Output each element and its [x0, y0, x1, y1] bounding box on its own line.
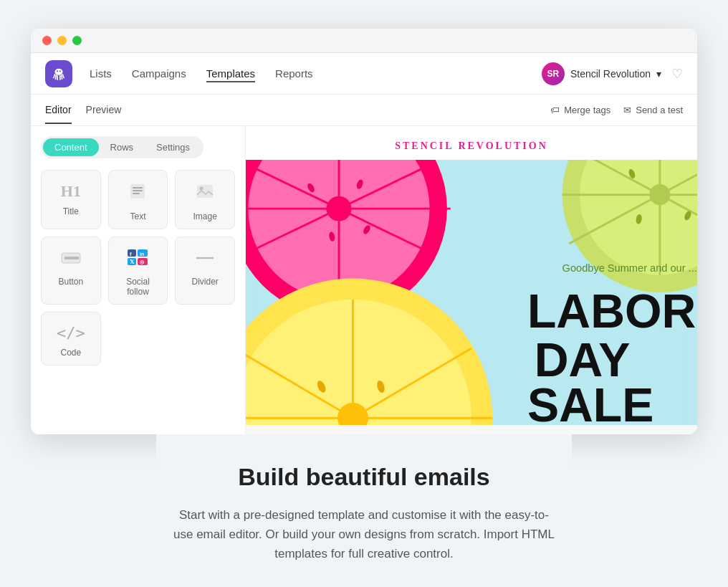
tab-rows[interactable]: Rows	[99, 138, 145, 156]
app-logo	[45, 60, 72, 87]
browser-window: Lists Campaigns Templates Reports SR Ste…	[31, 29, 697, 434]
svg-rect-12	[128, 249, 136, 257]
svg-rect-5	[133, 190, 143, 191]
nav-links: Lists Campaigns Templates Reports	[90, 65, 542, 82]
nav-lists[interactable]: Lists	[90, 65, 112, 82]
sub-nav-actions: 🏷 Merge tags ✉ Send a test	[550, 105, 683, 115]
nav-campaigns[interactable]: Campaigns	[132, 65, 186, 82]
nav-reports[interactable]: Reports	[275, 65, 313, 82]
divider-label: Divider	[191, 277, 218, 287]
content-item-social[interactable]: f in 𝕏 ◎ Social follow	[108, 237, 168, 305]
title-label: Title	[63, 206, 79, 216]
tag-icon: 🏷	[550, 105, 560, 115]
main-heading: Build beautiful emails	[171, 463, 557, 491]
tab-content[interactable]: Content	[43, 138, 99, 156]
send-test-button[interactable]: ✉ Send a test	[623, 105, 683, 115]
user-badge[interactable]: SR Stencil Revolution ▾	[542, 62, 661, 85]
divider-icon	[194, 249, 216, 271]
svg-point-28	[326, 196, 351, 221]
code-label: Code	[60, 348, 81, 358]
brand-name: STENCIL REVOLUTION	[395, 140, 548, 151]
main-description: Start with a pre-designed template and c…	[171, 505, 557, 564]
dot-green[interactable]	[72, 36, 82, 45]
svg-point-8	[200, 187, 203, 191]
user-avatar: SR	[542, 62, 565, 85]
content-item-text[interactable]: Text	[108, 170, 168, 229]
nav-bar: Lists Campaigns Templates Reports SR Ste…	[31, 53, 697, 95]
editor-area: Content Rows Settings H1 Title	[31, 126, 697, 434]
sub-nav: Editor Preview 🏷 Merge tags ✉ Send a tes…	[31, 95, 697, 126]
content-item-image[interactable]: Image	[175, 170, 235, 229]
content-item-button[interactable]: Button	[41, 237, 101, 305]
content-item-code[interactable]: </> Code	[41, 312, 101, 366]
heart-icon[interactable]: ♡	[671, 66, 683, 82]
tab-editor[interactable]: Editor	[45, 97, 72, 124]
content-grid: H1 Title Text	[41, 170, 235, 366]
svg-text:Goodbye Summer and our ...: Goodbye Summer and our ...	[562, 262, 697, 274]
svg-text:SALE: SALE	[527, 378, 654, 425]
dot-yellow[interactable]	[57, 36, 67, 45]
marketing-section: Build beautiful emails Start with a pre-…	[156, 434, 572, 587]
svg-rect-10	[64, 257, 77, 259]
button-icon	[60, 249, 82, 271]
h1-icon: H1	[61, 182, 81, 201]
tab-preview[interactable]: Preview	[86, 97, 122, 124]
svg-rect-11	[77, 257, 79, 259]
svg-rect-6	[133, 193, 140, 194]
text-label: Text	[130, 211, 145, 221]
panel-tabs: Content Rows Settings	[41, 136, 203, 158]
svg-text:f: f	[130, 251, 132, 257]
brand-header: STENCIL REVOLUTION	[246, 126, 697, 160]
title-bar	[31, 29, 697, 53]
send-test-label: Send a test	[636, 105, 683, 115]
svg-text:𝕏: 𝕏	[130, 259, 135, 265]
svg-rect-7	[197, 185, 213, 198]
email-preview: STENCIL REVOLUTION	[246, 126, 697, 434]
tab-settings[interactable]: Settings	[145, 138, 201, 156]
svg-text:◎: ◎	[140, 259, 144, 264]
svg-point-0	[55, 68, 63, 75]
code-icon: </>	[57, 324, 85, 342]
citrus-area: Goodbye Summer and our ... LABOR DAY SAL…	[246, 160, 697, 425]
svg-rect-4	[133, 187, 143, 188]
nav-right: SR Stencil Revolution ▾ ♡	[542, 62, 683, 85]
chevron-down-icon: ▾	[656, 68, 661, 80]
svg-point-2	[59, 70, 61, 72]
content-item-title[interactable]: H1 Title	[41, 170, 101, 229]
nav-templates[interactable]: Templates	[206, 65, 255, 82]
button-label: Button	[58, 277, 83, 287]
text-icon	[128, 182, 147, 206]
user-name: Stencil Revolution	[570, 68, 651, 80]
content-item-divider[interactable]: Divider	[175, 237, 235, 305]
dot-red[interactable]	[42, 36, 52, 45]
merge-tags-button[interactable]: 🏷 Merge tags	[550, 105, 610, 115]
left-panel: Content Rows Settings H1 Title	[31, 126, 246, 434]
svg-text:LABOR: LABOR	[527, 285, 696, 338]
svg-point-39	[649, 184, 670, 205]
social-label: Social follow	[116, 277, 161, 297]
sub-nav-tabs: Editor Preview	[45, 97, 121, 124]
svg-point-1	[57, 70, 58, 72]
social-icon: f in 𝕏 ◎	[127, 249, 148, 271]
email-icon: ✉	[623, 105, 631, 115]
image-label: Image	[193, 211, 216, 221]
merge-tags-label: Merge tags	[564, 105, 610, 115]
svg-text:in: in	[140, 252, 144, 257]
image-icon	[196, 182, 214, 206]
